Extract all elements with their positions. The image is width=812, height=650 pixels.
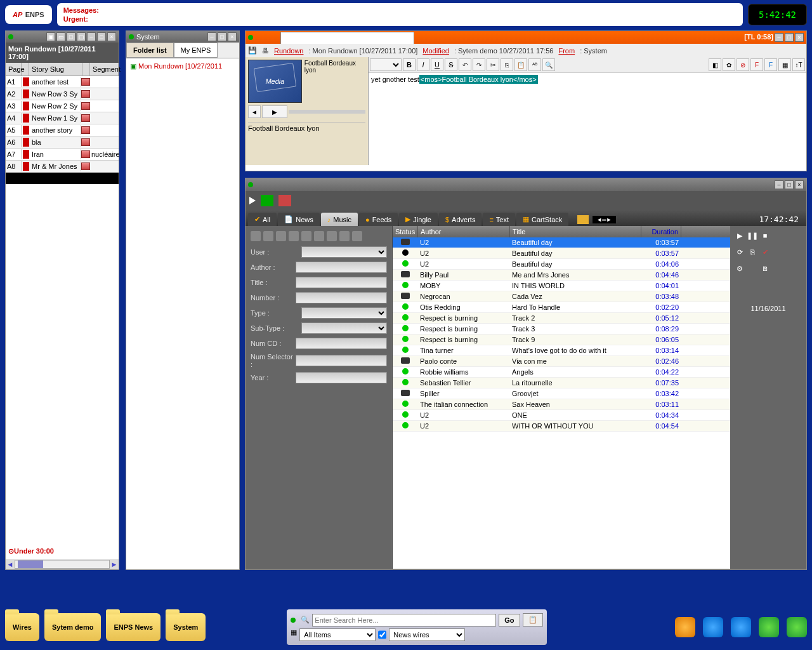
rundown-row[interactable]: A7 Iran nucléaire- xyxy=(6,149,119,161)
tool-icon[interactable] xyxy=(301,231,311,241)
undo-button[interactable]: ↶ xyxy=(459,58,471,71)
rundown-row[interactable]: A6 bla xyxy=(6,136,119,149)
tool-icon[interactable] xyxy=(327,231,337,241)
music-tab-feeds[interactable]: ●Feeds xyxy=(359,213,398,226)
rundown-row[interactable]: A5 another story xyxy=(6,124,119,136)
side-icon[interactable]: ⎘ xyxy=(748,248,757,256)
underline-button[interactable]: U xyxy=(431,58,443,71)
window-button[interactable]: ▣ xyxy=(46,32,55,41)
track-row[interactable]: Negrocan Cada Vez0:03:48 xyxy=(393,291,730,302)
track-row[interactable]: Respect is burning Track 90:06:05 xyxy=(393,335,730,345)
music-tab-all[interactable]: ✔All xyxy=(248,213,277,226)
music-tab-text[interactable]: ≡Text xyxy=(483,213,515,226)
numsel-input[interactable] xyxy=(296,355,387,366)
track-row[interactable]: Otis Redding Hard To Handle0:02:20 xyxy=(393,302,730,313)
tab-extra-icon[interactable] xyxy=(577,215,589,224)
highlight-button[interactable]: ▦ xyxy=(778,58,791,71)
col-slug[interactable]: Story Slug xyxy=(29,63,82,76)
italic-button[interactable]: I xyxy=(417,58,429,71)
color-button[interactable]: ◧ xyxy=(709,58,721,71)
col-title[interactable]: Title xyxy=(510,226,641,237)
window-button[interactable]: ▭ xyxy=(56,32,65,41)
tool-icon[interactable] xyxy=(276,231,286,241)
tray-home-icon[interactable] xyxy=(675,617,695,637)
tray-mail-icon[interactable] xyxy=(759,617,779,637)
scrollbar-horizontal[interactable]: ◄ ► xyxy=(6,559,119,569)
track-row[interactable]: Respect is burning Track 20:05:12 xyxy=(393,313,730,324)
side-doc-icon[interactable]: 🗎 xyxy=(761,264,769,273)
close-button[interactable]: × xyxy=(228,32,237,41)
window-button[interactable]: □ xyxy=(67,32,75,41)
filter-all-items[interactable]: All Items xyxy=(299,628,376,641)
col-status[interactable]: Status xyxy=(393,226,418,237)
side-stop-button[interactable]: ■ xyxy=(761,231,769,240)
font-color-button[interactable]: F xyxy=(750,58,763,71)
editor-tab[interactable]: another test [Mon Rundown] [10/27/201 xyxy=(280,32,414,44)
rundown-row[interactable]: A2 New Row 3 Sy xyxy=(6,88,119,100)
tool-icon[interactable] xyxy=(339,231,350,241)
close-button[interactable]: × xyxy=(107,32,116,41)
close-button[interactable]: × xyxy=(795,33,804,42)
filter-news-wires[interactable]: News wires xyxy=(389,628,465,641)
track-row[interactable]: U2 Beautiful day0:03:57 xyxy=(393,237,730,248)
track-row[interactable]: U2 WITH OR WITHOUT YOU0:04:54 xyxy=(393,421,730,432)
side-icon[interactable] xyxy=(748,264,757,273)
media-slider[interactable] xyxy=(289,110,365,114)
tray-print-icon[interactable] xyxy=(731,617,751,637)
nav-control[interactable]: ◄═► xyxy=(593,216,615,223)
rundown-row[interactable]: A4 New Row 1 Sy xyxy=(6,112,119,124)
mos-tag[interactable]: <mos>Football Bordeaux lyon</mos> xyxy=(419,75,538,84)
track-row[interactable]: Respect is burning Track 30:08:29 xyxy=(393,324,730,335)
filter-checkbox[interactable] xyxy=(378,628,386,641)
redo-button[interactable]: ↷ xyxy=(473,58,485,71)
tool-icon[interactable] xyxy=(314,231,324,241)
window-button[interactable]: ▢ xyxy=(77,32,86,41)
side-pause-button[interactable]: ❚❚ xyxy=(748,231,757,240)
media-prev-button[interactable]: ◄ xyxy=(248,105,261,118)
block-button[interactable]: ⊘ xyxy=(737,58,749,71)
minimize-button[interactable]: – xyxy=(87,32,96,41)
music-tab-jingle[interactable]: ▶Jingle xyxy=(399,213,438,226)
title-input[interactable] xyxy=(296,277,387,288)
maximize-button[interactable]: □ xyxy=(97,32,106,41)
minimize-button[interactable]: – xyxy=(775,180,783,189)
folder-wires[interactable]: Wires xyxy=(5,613,39,641)
track-row[interactable]: Billy Paul Me and Mrs Jones0:04:46 xyxy=(393,270,730,281)
music-tab-news[interactable]: 📄News xyxy=(278,213,320,226)
music-tab-music[interactable]: ♪Music xyxy=(321,213,358,226)
print-icon[interactable]: 🖶 xyxy=(262,47,269,55)
modified-link[interactable]: Modified xyxy=(422,47,449,55)
tool-button[interactable]: ✿ xyxy=(723,58,735,71)
bold-button[interactable]: B xyxy=(403,58,416,71)
track-row[interactable]: Tina turner What's love got to do do wit… xyxy=(393,345,730,356)
cart-icon[interactable] xyxy=(261,195,273,206)
from-link[interactable]: From xyxy=(558,47,575,55)
side-play-button[interactable]: ▶ xyxy=(735,231,744,240)
font-button[interactable]: F xyxy=(764,58,777,71)
col-segment[interactable]: Segment xyxy=(90,63,119,76)
search-options-button[interactable]: 📋 xyxy=(523,613,543,627)
tool-icon[interactable] xyxy=(352,231,362,241)
numcd-input[interactable] xyxy=(296,338,387,349)
minimize-button[interactable]: – xyxy=(775,33,783,42)
minimize-button[interactable]: – xyxy=(207,32,216,41)
rundown-row[interactable]: A1 another test xyxy=(6,76,119,88)
tab-folder-list[interactable]: Folder list xyxy=(126,43,174,58)
tab-my-enps[interactable]: My ENPS xyxy=(174,43,218,58)
maximize-button[interactable]: □ xyxy=(785,180,794,189)
year-input[interactable] xyxy=(296,372,387,383)
track-row[interactable]: Spiller Groovjet0:03:42 xyxy=(393,388,730,399)
rundown-row[interactable]: A8 Mr & Mr Jones xyxy=(6,161,119,173)
track-row[interactable]: Robbie williams Angels0:04:22 xyxy=(393,367,730,378)
search-input[interactable] xyxy=(312,614,496,627)
folder-sytem demo[interactable]: Sytem demo xyxy=(44,613,101,641)
side-check-icon[interactable]: ✔ xyxy=(761,248,769,256)
spellcheck-button[interactable]: ᴬᴮ xyxy=(528,58,541,71)
track-row[interactable]: U2 Beautiful day0:04:06 xyxy=(393,259,730,270)
rundown-row[interactable]: A3 New Row 2 Sy xyxy=(6,100,119,112)
side-icon[interactable]: ⟳ xyxy=(735,248,744,256)
tool-icon[interactable] xyxy=(289,231,299,241)
col-author[interactable]: Author xyxy=(418,226,510,237)
side-icon[interactable]: ⚙ xyxy=(735,264,744,273)
track-row[interactable]: U2 ONE0:04:34 xyxy=(393,410,730,421)
